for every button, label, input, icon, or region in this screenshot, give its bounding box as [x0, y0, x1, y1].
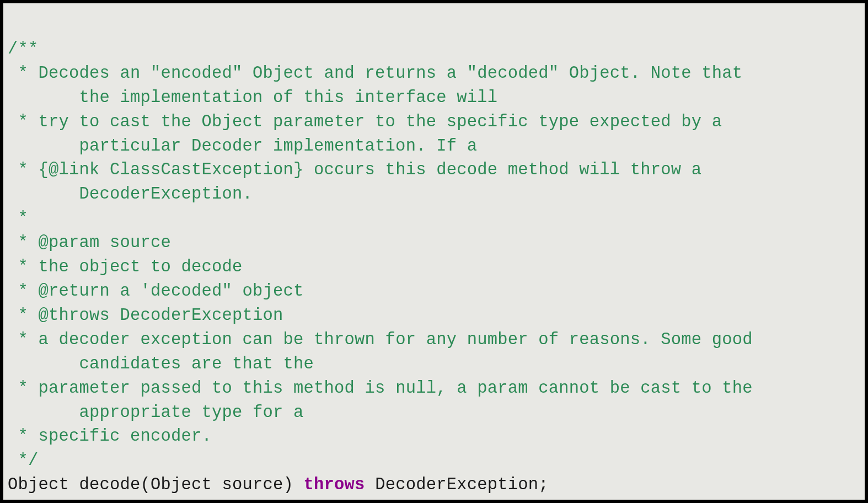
javadoc-param: * @param source — [8, 233, 171, 252]
method-signature-pre: Object decode(Object source) — [8, 475, 304, 494]
javadoc-open: /** — [8, 40, 39, 58]
javadoc-wrap: DecoderException. — [8, 185, 253, 204]
javadoc-wrap: the implementation of this interface wil… — [8, 88, 497, 107]
javadoc-line: * {@link ClassCastException} occurs this… — [8, 160, 701, 179]
method-signature-post: DecoderException; — [365, 475, 549, 494]
javadoc-line: * specific encoder. — [8, 427, 212, 446]
javadoc-wrap: particular Decoder implementation. If a — [8, 137, 477, 156]
javadoc-return: * @return a 'decoded" object — [8, 282, 304, 301]
javadoc-line: * — [8, 209, 28, 228]
javadoc-close: */ — [8, 451, 39, 470]
javadoc-wrap: appropriate type for a — [8, 403, 304, 422]
javadoc-line: * the object to decode — [8, 258, 243, 276]
keyword-throws: throws — [304, 475, 365, 494]
javadoc-line: * parameter passed to this method is nul… — [8, 379, 753, 398]
javadoc-line: * Decodes an "encoded" Object and return… — [8, 64, 742, 83]
javadoc-line: * a decoder exception can be thrown for … — [8, 330, 753, 349]
javadoc-throws: * @throws DecoderException — [8, 306, 283, 325]
code-block: /** * Decodes an "encoded" Object and re… — [3, 3, 865, 500]
javadoc-wrap: candidates are that the — [8, 355, 314, 373]
javadoc-line: * try to cast the Object parameter to th… — [8, 113, 722, 131]
